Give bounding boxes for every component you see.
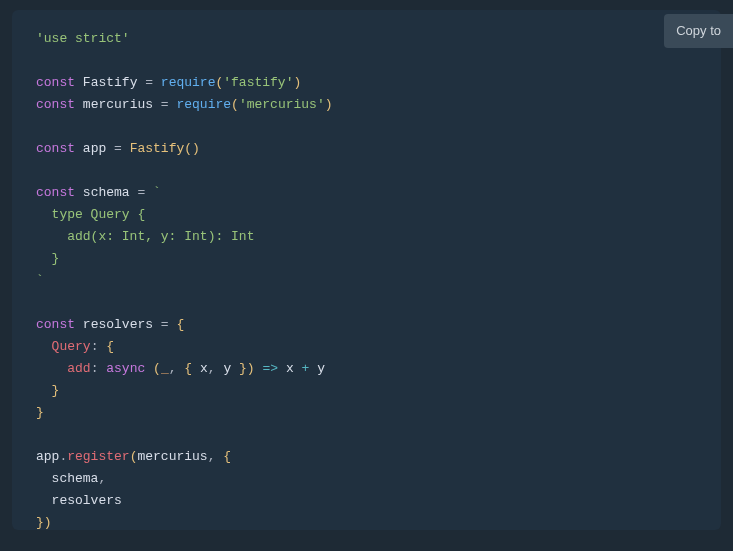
code-token: , <box>98 471 106 486</box>
code-token: require <box>176 97 231 112</box>
code-token: const <box>36 317 75 332</box>
code-token: x <box>200 361 208 376</box>
code-token: 'fastify' <box>223 75 293 90</box>
code-token: ) <box>325 97 333 112</box>
code-token: } <box>239 361 247 376</box>
code-token: 'mercurius' <box>239 97 325 112</box>
code-token: { <box>184 361 192 376</box>
code-token: = <box>137 75 160 90</box>
code-token: } <box>36 515 44 530</box>
code-token: ` type Query { add(x: Int, y: Int): Int … <box>36 185 254 288</box>
code-token: => <box>262 361 278 376</box>
code-token: } <box>36 405 44 420</box>
copy-button[interactable]: Copy to <box>664 14 733 48</box>
code-token: const <box>36 141 75 156</box>
code-token: _ <box>161 361 169 376</box>
code-token: } <box>52 383 60 398</box>
code-token: : <box>91 361 99 376</box>
code-token: ) <box>293 75 301 90</box>
code-token: schema <box>83 185 130 200</box>
code-token: schema <box>52 471 99 486</box>
code-token: ) <box>192 141 200 156</box>
code-token: resolvers <box>83 317 153 332</box>
code-token: ( <box>153 361 161 376</box>
code-container: Copy to 'use strict' const Fastify = req… <box>0 0 733 540</box>
code-token: { <box>106 339 114 354</box>
code-token: Fastify <box>130 141 185 156</box>
code-token: ) <box>44 515 52 530</box>
code-token: = <box>153 317 176 332</box>
code-token: resolvers <box>52 493 122 508</box>
code-token: mercurius <box>137 449 207 464</box>
code-token: Fastify <box>83 75 138 90</box>
code-token: app <box>83 141 106 156</box>
code-token: = <box>130 185 153 200</box>
code-token: , <box>208 449 216 464</box>
code-token: : <box>91 339 99 354</box>
code-token: const <box>36 97 75 112</box>
code-token: add <box>67 361 90 376</box>
code-token: const <box>36 185 75 200</box>
code-token: ( <box>184 141 192 156</box>
code-token: = <box>106 141 129 156</box>
code-token: register <box>67 449 129 464</box>
code-token: mercurius <box>83 97 153 112</box>
code-token: Query <box>52 339 91 354</box>
code-token: { <box>223 449 231 464</box>
code-block: 'use strict' const Fastify = require('fa… <box>12 10 721 530</box>
code-token: x <box>286 361 294 376</box>
code-token: const <box>36 75 75 90</box>
code-token: = <box>153 97 176 112</box>
code-token: require <box>161 75 216 90</box>
code-token: 'use strict' <box>36 31 130 46</box>
code-token: , <box>169 361 177 376</box>
copy-button-label: Copy to <box>676 23 721 38</box>
code-token: , <box>208 361 216 376</box>
code-token: app <box>36 449 59 464</box>
code-token: ) <box>247 361 255 376</box>
code-token: y <box>317 361 325 376</box>
code-token: async <box>106 361 145 376</box>
code-token: { <box>176 317 184 332</box>
code-token: + <box>302 361 310 376</box>
code-token: y <box>223 361 231 376</box>
code-token: ( <box>231 97 239 112</box>
